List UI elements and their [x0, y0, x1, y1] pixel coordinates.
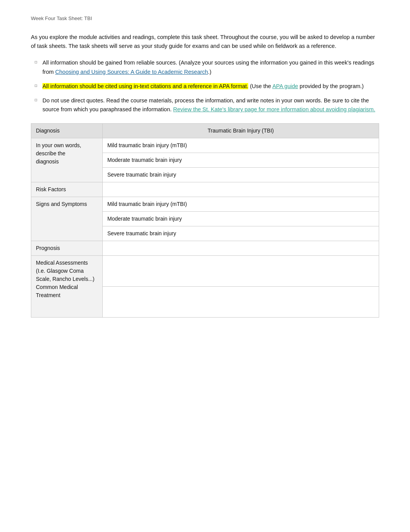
plagiarism-link[interactable]: Review the St. Kate's library page for m… [173, 106, 375, 112]
bullet-list: □ All information should be gained from … [31, 58, 379, 114]
bullet-icon: □ [35, 59, 37, 65]
bullet-text-1: All information should be gained from re… [42, 58, 379, 76]
table-header-col1: Diagnosis [31, 124, 103, 138]
cell-medical-assessments [103, 256, 379, 287]
cell-mild-symptoms: Mild traumatic brain injury (mTBI) [103, 197, 379, 212]
cell-mild-diagnosis: Mild traumatic brain injury (mTBI) [103, 138, 379, 153]
cell-moderate-diagnosis: Moderate traumatic brain injury [103, 153, 379, 168]
list-item: □ All information should be cited using … [35, 82, 379, 91]
table-header-col2: Traumatic Brain Injury (TBI) [103, 124, 379, 138]
page-header: Week Four Task Sheet: TBI [31, 15, 379, 21]
list-item: □ Do not use direct quotes. Read the cou… [35, 96, 379, 114]
cell-severe-symptoms: Severe traumatic brain injury [103, 226, 379, 241]
label-prognosis: Prognosis [31, 241, 103, 256]
apa-guide-link[interactable]: APA guide [272, 83, 298, 89]
choosing-sources-link[interactable]: Choosing and Using Sources: A Guide to A… [55, 69, 208, 75]
task-table: Diagnosis Traumatic Brain Injury (TBI) I… [31, 123, 379, 318]
bullet-icon: □ [35, 97, 37, 103]
bullet-text-2: All information should be cited using in… [42, 82, 379, 91]
table-row: Signs and Symptoms Mild traumatic brain … [31, 197, 379, 212]
label-medical-assessments: Medical Assessments (I.e. Glasgow Coma S… [31, 256, 103, 318]
bullet-icon: □ [35, 83, 37, 89]
cell-moderate-symptoms: Moderate traumatic brain injury [103, 212, 379, 226]
intro-paragraph: As you explore the module activities and… [31, 33, 379, 51]
label-signs-symptoms: Signs and Symptoms [31, 197, 103, 241]
bullet-text-3: Do not use direct quotes. Read the cours… [42, 96, 379, 114]
table-header-row: Diagnosis Traumatic Brain Injury (TBI) [31, 124, 379, 138]
cell-risk-factors [103, 182, 379, 197]
common-medical-treatment-label: Common Medical Treatment [36, 284, 78, 298]
table-row: In your own words, describe thediagnosis… [31, 138, 379, 153]
table-row: Prognosis [31, 241, 379, 256]
cell-prognosis [103, 241, 379, 256]
cell-severe-diagnosis: Severe traumatic brain injury [103, 168, 379, 182]
label-risk-factors: Risk Factors [31, 182, 103, 197]
cell-common-medical-treatment [103, 287, 379, 318]
table-row: Risk Factors [31, 182, 379, 197]
label-diagnosis: In your own words, describe thediagnosis [31, 138, 103, 182]
highlighted-text: All information should be cited using in… [42, 83, 248, 89]
list-item: □ All information should be gained from … [35, 58, 379, 76]
table-row: Medical Assessments (I.e. Glasgow Coma S… [31, 256, 379, 287]
